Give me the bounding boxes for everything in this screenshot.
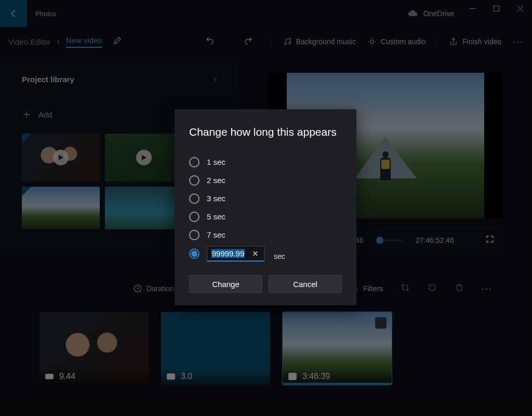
- radio-icon: [189, 212, 200, 222]
- onedrive-button[interactable]: OneDrive: [408, 0, 454, 27]
- undo-button[interactable]: [205, 36, 215, 47]
- clock-icon: [133, 284, 142, 293]
- add-label: Add: [38, 110, 52, 119]
- clear-input-button[interactable]: ✕: [250, 249, 261, 258]
- svg-rect-7: [46, 374, 53, 379]
- radio-label: 5 sec: [207, 212, 225, 221]
- chevron-right-icon: ›: [57, 37, 59, 46]
- image-icon: [288, 372, 297, 381]
- svg-point-3: [370, 40, 374, 43]
- duration-option-custom[interactable]: [189, 249, 200, 259]
- radio-label: 3 sec: [207, 194, 225, 203]
- window-close[interactable]: [508, 0, 532, 17]
- change-button[interactable]: Change: [189, 275, 262, 293]
- svg-point-2: [289, 43, 290, 44]
- seek-slider[interactable]: [376, 239, 403, 241]
- custom-audio-button[interactable]: Custom audio: [367, 37, 425, 46]
- play-icon: [141, 154, 147, 161]
- library-clip[interactable]: [22, 187, 100, 229]
- dialog-title: Change how long this appears: [189, 126, 342, 138]
- custom-duration-input[interactable]: [211, 249, 245, 258]
- duration-dialog: Change how long this appears 1 sec 2 sec…: [175, 109, 356, 305]
- cloud-icon: [408, 8, 418, 19]
- storyboard-more-button[interactable]: ···: [482, 283, 493, 294]
- fullscreen-button[interactable]: [486, 235, 494, 245]
- filters-label: Filters: [363, 284, 383, 293]
- library-clip[interactable]: [105, 187, 183, 229]
- radio-label: 7 sec: [207, 230, 225, 239]
- radio-icon: [189, 157, 200, 167]
- svg-point-1: [284, 43, 286, 45]
- plus-icon: [22, 110, 31, 119]
- svg-rect-0: [494, 6, 499, 11]
- collapse-library-button[interactable]: ‹: [214, 74, 217, 85]
- video-icon: [45, 372, 54, 381]
- clip-duration: 3:46:39: [302, 372, 330, 381]
- titlebar: Photos OneDrive: [0, 0, 532, 27]
- back-button[interactable]: [0, 0, 27, 27]
- cancel-button[interactable]: Cancel: [269, 275, 342, 293]
- music-icon: [283, 37, 292, 46]
- project-library-title: Project library: [22, 75, 74, 84]
- rotate-icon: [428, 283, 437, 292]
- duration-option[interactable]: 2 sec: [189, 171, 342, 189]
- onedrive-label: OneDrive: [423, 9, 454, 18]
- storyboard: 9.44 3.0 3:46:39: [39, 312, 392, 385]
- undo-icon: [205, 36, 215, 45]
- library-clip[interactable]: [22, 134, 100, 181]
- redo-button[interactable]: [244, 36, 253, 47]
- duration-label: Duration: [147, 284, 174, 293]
- radio-label: 2 sec: [207, 176, 225, 185]
- clip-duration: 3.0: [181, 372, 192, 381]
- radio-icon: [189, 193, 200, 204]
- expand-icon: [486, 235, 494, 243]
- storyboard-clip-selected[interactable]: 3:46:39: [283, 312, 392, 385]
- used-indicator: [22, 187, 31, 196]
- project-name[interactable]: New video: [66, 36, 102, 48]
- background-music-button[interactable]: Background music: [283, 37, 356, 46]
- trash-icon: [455, 283, 464, 292]
- crop-button[interactable]: [401, 283, 410, 294]
- app-name: Photos: [35, 10, 56, 18]
- export-icon: [449, 37, 458, 46]
- duration-option[interactable]: 5 sec: [189, 207, 342, 226]
- breadcrumb-root[interactable]: Video Editor: [8, 37, 50, 46]
- separator: [271, 35, 271, 48]
- duration-option[interactable]: 3 sec: [189, 189, 342, 207]
- storyboard-clip[interactable]: 9.44: [39, 312, 149, 385]
- finish-video-button[interactable]: Finish video: [449, 37, 501, 46]
- unit-label: sec: [274, 252, 285, 262]
- radio-icon: [189, 230, 200, 240]
- library-clip[interactable]: [105, 134, 183, 181]
- title-card-icon: [166, 372, 176, 381]
- finish-video-label: Finish video: [462, 37, 501, 46]
- more-button[interactable]: ···: [513, 36, 524, 47]
- total-time: 27:46:52.46: [416, 236, 454, 244]
- radio-icon: [189, 175, 200, 186]
- clip-duration: 9.44: [59, 372, 75, 381]
- audio-icon: [367, 37, 377, 46]
- rotate-button[interactable]: [428, 283, 437, 294]
- pencil-icon: [113, 36, 122, 45]
- window-maximize[interactable]: [484, 0, 508, 17]
- redo-icon: [244, 36, 253, 45]
- background-music-label: Background music: [296, 37, 356, 46]
- editor-toolbar: Video Editor › New video Background musi…: [0, 27, 532, 56]
- window-minimize[interactable]: [460, 0, 484, 17]
- custom-duration-field[interactable]: ✕: [207, 246, 264, 262]
- duration-option[interactable]: 7 sec: [189, 226, 342, 244]
- play-overlay[interactable]: [22, 134, 100, 181]
- custom-audio-label: Custom audio: [381, 37, 425, 46]
- separator: [437, 35, 437, 48]
- crop-icon: [401, 283, 410, 292]
- clip-menu-button[interactable]: [375, 317, 387, 329]
- radio-label: 1 sec: [207, 158, 225, 166]
- storyboard-clip[interactable]: 3.0: [161, 312, 270, 385]
- rename-button[interactable]: [113, 36, 122, 47]
- duration-button[interactable]: Duration: [133, 284, 174, 293]
- breadcrumb: Video Editor › New video: [8, 36, 102, 48]
- play-icon: [58, 154, 64, 161]
- play-overlay[interactable]: [105, 134, 183, 181]
- duration-option[interactable]: 1 sec: [189, 153, 342, 171]
- delete-button[interactable]: [455, 283, 464, 294]
